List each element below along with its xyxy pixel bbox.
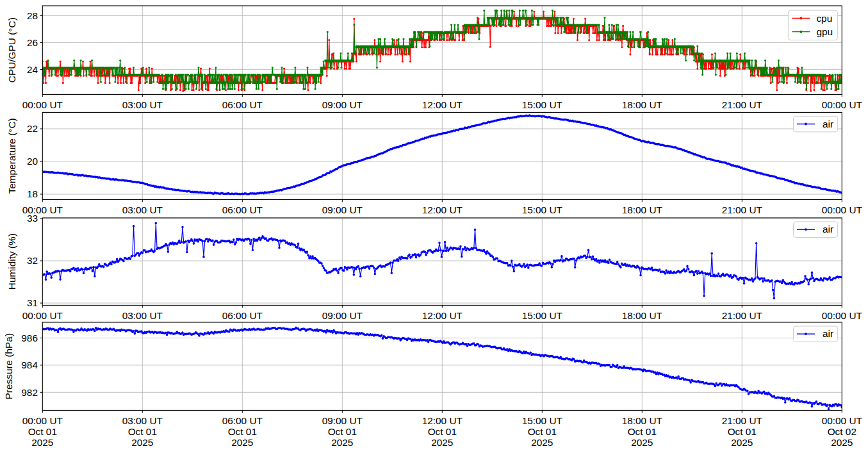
svg-text:32: 32 (27, 255, 38, 266)
svg-text:21:00 UT: 21:00 UT (722, 415, 763, 426)
svg-text:gpu: gpu (816, 26, 833, 37)
svg-text:984: 984 (21, 359, 38, 370)
svg-text:2025: 2025 (431, 437, 453, 448)
svg-text:21:00 UT: 21:00 UT (722, 99, 763, 110)
svg-text:986: 986 (21, 333, 38, 343)
svg-text:Oct 01: Oct 01 (28, 426, 57, 437)
svg-text:22: 22 (27, 123, 38, 134)
svg-text:00:00 UT: 00:00 UT (22, 99, 63, 110)
svg-text:15:00 UT: 15:00 UT (522, 415, 563, 426)
svg-text:2025: 2025 (531, 437, 553, 448)
svg-text:12:00 UT: 12:00 UT (422, 99, 463, 110)
svg-text:20: 20 (27, 156, 38, 167)
svg-text:Oct 01: Oct 01 (328, 426, 357, 437)
svg-text:15:00 UT: 15:00 UT (522, 310, 563, 321)
svg-text:2025: 2025 (131, 437, 153, 448)
svg-text:Oct 01: Oct 01 (228, 426, 257, 437)
svg-text:18:00 UT: 18:00 UT (622, 99, 663, 110)
svg-text:2025: 2025 (631, 437, 653, 448)
svg-text:982: 982 (21, 387, 38, 398)
svg-text:15:00 UT: 15:00 UT (522, 204, 563, 215)
svg-text:Oct 01: Oct 01 (128, 426, 157, 437)
svg-text:31: 31 (27, 297, 38, 308)
svg-text:12:00 UT: 12:00 UT (422, 415, 463, 426)
svg-text:06:00 UT: 06:00 UT (222, 310, 263, 321)
svg-text:12:00 UT: 12:00 UT (422, 310, 463, 321)
svg-text:Oct 01: Oct 01 (628, 426, 657, 437)
svg-text:Oct 01: Oct 01 (428, 426, 457, 437)
svg-text:03:00 UT: 03:00 UT (122, 99, 163, 110)
svg-text:09:00 UT: 09:00 UT (322, 99, 363, 110)
svg-text:21:00 UT: 21:00 UT (722, 204, 763, 215)
svg-text:06:00 UT: 06:00 UT (222, 204, 263, 215)
svg-text:CPU/GPU (°C): CPU/GPU (°C) (6, 17, 17, 83)
svg-text:air: air (823, 328, 833, 339)
svg-text:Humidity (%): Humidity (%) (6, 233, 17, 290)
svg-text:18:00 UT: 18:00 UT (622, 204, 663, 215)
svg-text:Oct 01: Oct 01 (528, 426, 557, 437)
svg-text:air: air (823, 224, 833, 235)
svg-text:06:00 UT: 06:00 UT (222, 415, 263, 426)
svg-text:Oct 01: Oct 01 (728, 426, 757, 437)
svg-text:2025: 2025 (331, 437, 353, 448)
svg-text:Temperature (°C): Temperature (°C) (6, 118, 17, 194)
svg-text:00:00 UT: 00:00 UT (822, 204, 863, 215)
svg-text:2025: 2025 (731, 437, 753, 448)
svg-text:18:00 UT: 18:00 UT (622, 415, 663, 426)
svg-text:00:00 UT: 00:00 UT (822, 310, 863, 321)
svg-text:12:00 UT: 12:00 UT (422, 204, 463, 215)
svg-text:28: 28 (27, 10, 38, 21)
svg-text:2025: 2025 (31, 437, 53, 448)
svg-text:2025: 2025 (231, 437, 253, 448)
svg-text:00:00 UT: 00:00 UT (22, 415, 63, 426)
svg-text:15:00 UT: 15:00 UT (522, 99, 563, 110)
svg-text:03:00 UT: 03:00 UT (122, 310, 163, 321)
svg-text:03:00 UT: 03:00 UT (122, 204, 163, 215)
svg-text:21:00 UT: 21:00 UT (722, 310, 763, 321)
svg-text:2025: 2025 (831, 437, 853, 448)
svg-text:air: air (823, 119, 833, 129)
svg-text:33: 33 (27, 213, 38, 224)
svg-text:26: 26 (27, 37, 38, 48)
svg-text:09:00 UT: 09:00 UT (322, 204, 363, 215)
svg-text:18:00 UT: 18:00 UT (622, 310, 663, 321)
svg-text:Oct 02: Oct 02 (828, 426, 856, 437)
svg-text:24: 24 (27, 64, 38, 75)
svg-text:00:00 UT: 00:00 UT (822, 99, 863, 110)
svg-text:00:00 UT: 00:00 UT (822, 415, 863, 426)
svg-text:09:00 UT: 09:00 UT (322, 415, 363, 426)
svg-text:Pressure (hPa): Pressure (hPa) (4, 333, 15, 400)
svg-text:00:00 UT: 00:00 UT (22, 310, 63, 321)
svg-text:06:00 UT: 06:00 UT (222, 99, 263, 110)
svg-text:18: 18 (27, 188, 38, 199)
svg-text:09:00 UT: 09:00 UT (322, 310, 363, 321)
svg-text:cpu: cpu (816, 13, 832, 24)
svg-text:03:00 UT: 03:00 UT (122, 415, 163, 426)
